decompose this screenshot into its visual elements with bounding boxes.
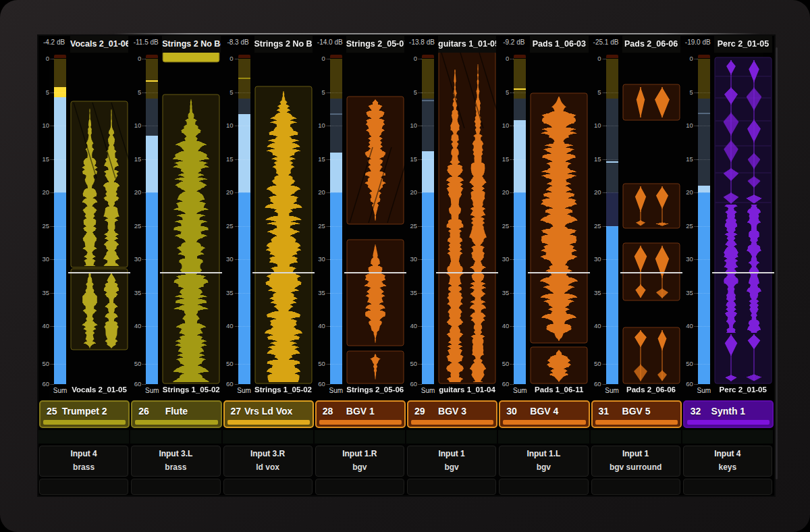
meter-tick-dash bbox=[510, 384, 514, 385]
input-assignment-panel[interactable]: Input 1.Lbgv bbox=[499, 446, 588, 477]
clip-indicator[interactable] bbox=[698, 55, 710, 58]
meter-tick-label: 35 bbox=[130, 288, 141, 296]
footer-row bbox=[315, 479, 404, 495]
meter-gridline bbox=[146, 159, 158, 160]
waveform-display bbox=[622, 36, 681, 404]
input-assignment-panel[interactable]: Input 4brass bbox=[39, 446, 128, 477]
meter-tick-label: 5 bbox=[682, 88, 693, 95]
meter-segment bbox=[238, 99, 250, 114]
channel-select-bar[interactable]: BGV 430 bbox=[499, 400, 589, 428]
input-assignment-panel[interactable]: Input 4keys bbox=[683, 446, 772, 477]
clip-name-bottom: Perc 2_01-05 bbox=[712, 385, 774, 394]
meter-segment bbox=[514, 120, 526, 192]
input-assignment-panel[interactable]: Input 3.Rld vox bbox=[223, 446, 313, 477]
meter-tick-label: 20 bbox=[223, 188, 234, 196]
clip-name-bottom: Strings 2_05-06 bbox=[344, 385, 406, 394]
meter-gridline bbox=[698, 92, 710, 93]
input-assignment-panel[interactable]: Input 1.Rbgv bbox=[315, 446, 404, 477]
meter-gridline bbox=[422, 364, 434, 365]
clip-indicator[interactable] bbox=[238, 55, 250, 58]
clip-indicator[interactable] bbox=[514, 55, 526, 58]
input-source-label: Input 1.L bbox=[500, 449, 587, 458]
meter-gridline bbox=[330, 92, 342, 93]
meter-tick-label: 10 bbox=[315, 122, 325, 129]
meter-tick-label: 40 bbox=[223, 322, 234, 329]
meter-screen: -4.2 dBVocals 2_01-060510152025303540506… bbox=[38, 36, 774, 496]
meter-gridline bbox=[698, 126, 710, 126]
playhead-line bbox=[68, 272, 130, 273]
meter-gridline bbox=[238, 226, 250, 227]
footer-row bbox=[683, 479, 772, 495]
meter-gridline bbox=[514, 364, 526, 365]
channel-select-bar[interactable]: BGV 329 bbox=[407, 400, 497, 428]
input-assignment-panel[interactable]: Input 1bgv surround bbox=[591, 446, 680, 477]
meter-tick-label: 35 bbox=[406, 288, 417, 296]
peak-hold-line bbox=[238, 78, 250, 79]
peak-db-readout: -13.8 dB bbox=[406, 38, 437, 46]
meter-tick-dash bbox=[327, 384, 330, 385]
channel-select-bar[interactable]: BGV 128 bbox=[315, 400, 406, 428]
meter-tick-label: 5 bbox=[38, 88, 49, 95]
meter-gridline bbox=[330, 226, 342, 227]
meter-tick-label: 10 bbox=[130, 122, 141, 129]
clip-name-top: Perc 2_01-05 bbox=[714, 36, 772, 53]
group-label: bgv bbox=[408, 462, 495, 472]
meter-segment bbox=[606, 99, 618, 192]
clip-indicator[interactable] bbox=[54, 55, 66, 58]
meter-gridline bbox=[422, 226, 434, 227]
channel-select-bar[interactable]: Flute26 bbox=[131, 400, 221, 428]
meter-tick-label: 35 bbox=[223, 288, 234, 296]
channel-select-bar[interactable]: BGV 531 bbox=[591, 400, 682, 428]
clip-indicator[interactable] bbox=[330, 55, 342, 58]
channel-strip-26: -11.5 dBStrings 2 No Bo05101520253035405… bbox=[130, 36, 222, 496]
meter-tick-label: 30 bbox=[130, 255, 141, 263]
clip-name-bottom: Vocals 2_01-05 bbox=[68, 385, 130, 394]
meter-gridline bbox=[54, 192, 66, 193]
meter-gridline bbox=[146, 126, 158, 126]
input-assignment-panel[interactable]: Input 1bgv bbox=[407, 446, 496, 477]
channel-select-bar[interactable]: Synth 132 bbox=[683, 400, 774, 428]
meter-gridline bbox=[514, 92, 526, 93]
meter-gridline bbox=[514, 226, 526, 227]
meter-tick-label: 0 bbox=[38, 55, 49, 62]
channel-select-bar[interactable]: Vrs Ld Vox27 bbox=[223, 400, 314, 428]
meter-segment bbox=[698, 186, 710, 192]
meter-gridline bbox=[698, 226, 710, 227]
meter-tick-label: 30 bbox=[591, 255, 601, 263]
input-source-label: Input 1.R bbox=[316, 449, 404, 458]
meter-gridline bbox=[514, 192, 526, 193]
meter-gridline bbox=[422, 192, 434, 193]
meter-gridline bbox=[514, 259, 526, 260]
meter-tick-label: 10 bbox=[223, 122, 234, 129]
meter-tick-label: 40 bbox=[591, 322, 601, 329]
peak-hold-line bbox=[698, 113, 710, 114]
channel-select-bar[interactable]: Trumpet 225 bbox=[39, 400, 130, 428]
meter-gridline bbox=[146, 192, 158, 193]
meter-tick-label: 40 bbox=[498, 322, 509, 329]
meter-segment bbox=[698, 192, 710, 384]
meter-tick-label: 30 bbox=[498, 255, 509, 263]
meter-tick-label: 15 bbox=[38, 155, 49, 162]
clip-name-top: Pads 1_06-03 bbox=[530, 36, 588, 53]
meter-gridline bbox=[422, 326, 434, 327]
meter-segment bbox=[606, 226, 618, 384]
meter-gridline bbox=[146, 226, 158, 227]
meter-gridline bbox=[514, 126, 526, 126]
clip-indicator[interactable] bbox=[146, 55, 158, 58]
meter-tick-label: 50 bbox=[682, 360, 693, 367]
meter-gridline bbox=[238, 259, 250, 260]
meter-gridline bbox=[54, 126, 66, 126]
input-assignment-panel[interactable]: Input 3.Lbrass bbox=[131, 446, 220, 477]
meter-segment bbox=[422, 192, 434, 384]
meter-tick-label: 15 bbox=[591, 155, 601, 162]
meter-tick-label: 0 bbox=[591, 55, 601, 62]
clip-indicator[interactable] bbox=[606, 55, 618, 58]
meter-gridline bbox=[330, 364, 342, 365]
peak-db-readout: -19.0 dB bbox=[682, 38, 713, 46]
meter-segment bbox=[54, 59, 66, 87]
clip-indicator[interactable] bbox=[422, 55, 434, 58]
meter-gridline bbox=[422, 259, 434, 260]
channel-number: 25 bbox=[47, 406, 57, 417]
meter-gridline bbox=[606, 326, 618, 327]
peak-db-readout: -25.1 dB bbox=[591, 38, 622, 46]
